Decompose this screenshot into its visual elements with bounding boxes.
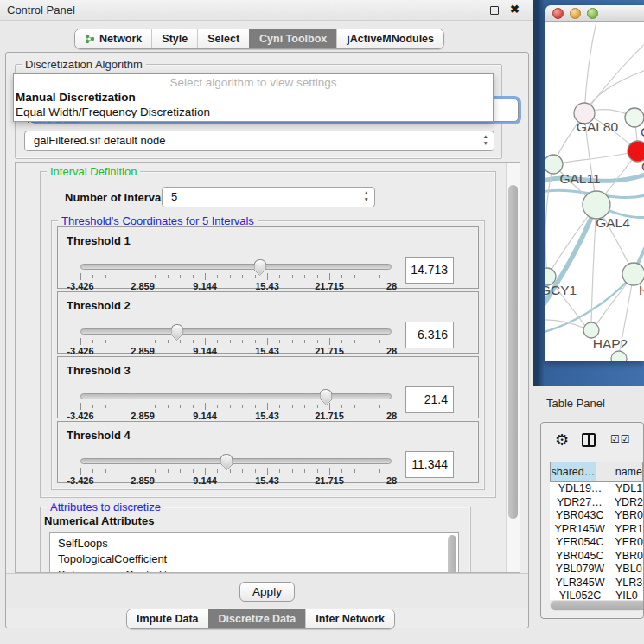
threshold-slider[interactable]: -3.4262.8599.14415.4321.71528: [80, 453, 392, 484]
select-columns-checkboxes-icon[interactable]: ☑☑: [610, 433, 631, 445]
threshold-slider[interactable]: -3.4262.8599.14415.4321.71528: [80, 323, 392, 354]
cell-shared-name[interactable]: YDL19…: [550, 482, 610, 496]
cell-shared-name[interactable]: YPR145W: [550, 523, 609, 537]
threshold-value-field[interactable]: 11.344: [405, 451, 454, 478]
scrollbar-thumb[interactable]: [508, 185, 518, 519]
list-scrollbar[interactable]: [448, 535, 456, 573]
tick-label: 2.859: [131, 411, 155, 421]
tab-style[interactable]: Style: [151, 29, 197, 48]
threshold-value-field[interactable]: 6.316: [405, 322, 454, 348]
tab-discretize-data[interactable]: Discretize Data: [208, 609, 306, 628]
numerical-attributes-list[interactable]: SelfLoopsTopologicalCoefficientBetweenne…: [49, 532, 459, 573]
cell-name[interactable]: YBR0: [609, 509, 643, 523]
algorithm-popup-item[interactable]: Manual Discretization: [14, 90, 493, 105]
cell-name[interactable]: YBL0: [610, 563, 642, 577]
cell-name[interactable]: YPR1: [609, 523, 643, 537]
minimize-traffic-light-icon[interactable]: [570, 8, 581, 19]
cell-shared-name[interactable]: YBR045C: [550, 550, 609, 564]
panel-title: Control Panel: [7, 0, 75, 21]
cell-shared-name[interactable]: YBL079W: [550, 563, 610, 577]
tab-network[interactable]: Network: [75, 29, 151, 48]
threshold-value-field[interactable]: 21.4: [405, 386, 454, 413]
cell-name[interactable]: YIL0: [610, 590, 638, 600]
slider-tick-labels: -3.4262.8599.14415.4321.71528: [80, 346, 392, 356]
column-header-name[interactable]: name: [596, 462, 643, 482]
slider-tick-labels: -3.4262.8599.14415.4321.71528: [80, 281, 392, 291]
cell-name[interactable]: YER0: [609, 536, 643, 550]
bottom-tab-bar: Impute Data Discretize Data Infer Networ…: [126, 609, 395, 629]
table-row[interactable]: YDL19…YDL1: [550, 482, 643, 496]
slider-tick-labels: -3.4262.8599.14415.4321.71528: [80, 411, 392, 421]
attribute-list-item[interactable]: SelfLoops: [58, 536, 458, 552]
cell-shared-name[interactable]: YER054C: [550, 536, 609, 550]
table-data-combobox-value: galFiltered.sif default node: [34, 131, 165, 150]
slider-thumb[interactable]: [170, 324, 183, 340]
table-horizontal-scrollbar[interactable]: [550, 600, 643, 611]
threshold-slider[interactable]: -3.4262.8599.14415.4321.71528: [80, 258, 392, 290]
slider-track[interactable]: [80, 458, 392, 464]
tick-label: 15.43: [255, 281, 279, 291]
scrollbar-thumb[interactable]: [551, 601, 644, 610]
slider-track[interactable]: [80, 264, 392, 270]
right-region: GAL80GCGAL11GAL4GCY1HHAP2 Table Panel ⚙ …: [533, 0, 644, 644]
column-header-shared-name[interactable]: shared…: [550, 462, 596, 482]
threshold-value-field[interactable]: 14.713: [405, 257, 454, 284]
slider-thumb[interactable]: [253, 259, 266, 275]
cell-name[interactable]: YDL1: [610, 482, 642, 496]
tick-label: 28: [386, 475, 397, 486]
close-traffic-light-icon[interactable]: [552, 8, 564, 19]
gear-icon[interactable]: ⚙: [555, 430, 569, 450]
cyni-toolbox-panel: Discretization Algorithm Select algorith…: [5, 52, 529, 628]
table-panel-title: Table Panel: [546, 386, 605, 421]
table-row[interactable]: YER054CYER0: [550, 536, 643, 550]
attribute-list-item[interactable]: TopologicalCoefficient: [58, 552, 458, 567]
float-window-icon[interactable]: [490, 6, 499, 15]
slider-track[interactable]: [80, 393, 392, 399]
attribute-list-item[interactable]: BetweennessCentrality: [58, 567, 458, 573]
node-label: GCY1: [545, 283, 577, 297]
interval-definition-group-title: Interval Definition: [47, 165, 140, 178]
zoom-traffic-light-icon[interactable]: [587, 8, 598, 19]
network-window-titlebar[interactable]: [545, 5, 644, 22]
network-canvas[interactable]: GAL80GCGAL11GAL4GCY1HHAP2: [545, 22, 644, 361]
numerical-attributes-label: Numerical Attributes: [44, 514, 470, 527]
cell-name[interactable]: YLR3: [610, 577, 642, 590]
algorithm-popup-item[interactable]: Equal Width/Frequency Discretization: [14, 105, 493, 119]
close-icon[interactable]: ✖: [510, 3, 520, 16]
columns-icon[interactable]: [582, 433, 596, 447]
table-row[interactable]: YBL079WYBL0: [550, 563, 643, 577]
tab-impute-data[interactable]: Impute Data: [127, 609, 208, 628]
number-of-intervals-combobox[interactable]: 5 ▲▼: [162, 187, 375, 207]
node-label: G: [641, 124, 644, 139]
cell-shared-name[interactable]: YIL052C: [550, 590, 610, 600]
table-row[interactable]: YPR145WYPR1: [550, 523, 643, 537]
cell-name[interactable]: YDR2: [609, 496, 643, 510]
network-node[interactable]: [611, 351, 627, 361]
slider-thumb[interactable]: [320, 389, 333, 405]
table-row[interactable]: YIL052CYIL0: [550, 590, 643, 600]
cell-name[interactable]: YBR0: [609, 550, 643, 564]
cell-shared-name[interactable]: YDR27…: [550, 496, 609, 510]
threshold-panel: Threshold 2 -3.4262.8599.14415.4321.7152…: [57, 291, 479, 354]
thresholds-group: Threshold's Coordinates for 5 Intervals …: [51, 220, 485, 490]
table-panel-titlebar: Table Panel: [533, 386, 644, 419]
slider-track[interactable]: [80, 328, 392, 335]
slider-ticks: [80, 468, 392, 475]
algorithm-popup-item[interactable]: Select algorithm to view settings: [14, 75, 493, 90]
cell-shared-name[interactable]: YBR043C: [550, 509, 609, 523]
tab-select[interactable]: Select: [197, 29, 249, 48]
threshold-slider[interactable]: -3.4262.8599.14415.4321.71528: [80, 388, 392, 419]
cell-shared-name[interactable]: YLR345W: [550, 577, 610, 590]
settings-vertical-scrollbar[interactable]: [506, 163, 520, 572]
table-row[interactable]: YDR27…YDR2: [550, 496, 643, 510]
table-data-combobox[interactable]: galFiltered.sif default node ▲▼: [24, 131, 494, 151]
apply-button[interactable]: Apply: [239, 582, 295, 602]
tick-label: 9.144: [193, 475, 217, 486]
tab-jactivemnodules[interactable]: jActiveMNodules: [336, 29, 443, 48]
tab-cyni-toolbox[interactable]: Cyni Toolbox: [249, 29, 336, 48]
table-row[interactable]: YBR043CYBR0: [550, 509, 643, 523]
slider-thumb[interactable]: [220, 454, 233, 469]
tab-infer-network[interactable]: Infer Network: [305, 609, 394, 628]
table-row[interactable]: YLR345WYLR3: [550, 577, 643, 590]
table-row[interactable]: YBR045CYBR0: [550, 550, 643, 564]
